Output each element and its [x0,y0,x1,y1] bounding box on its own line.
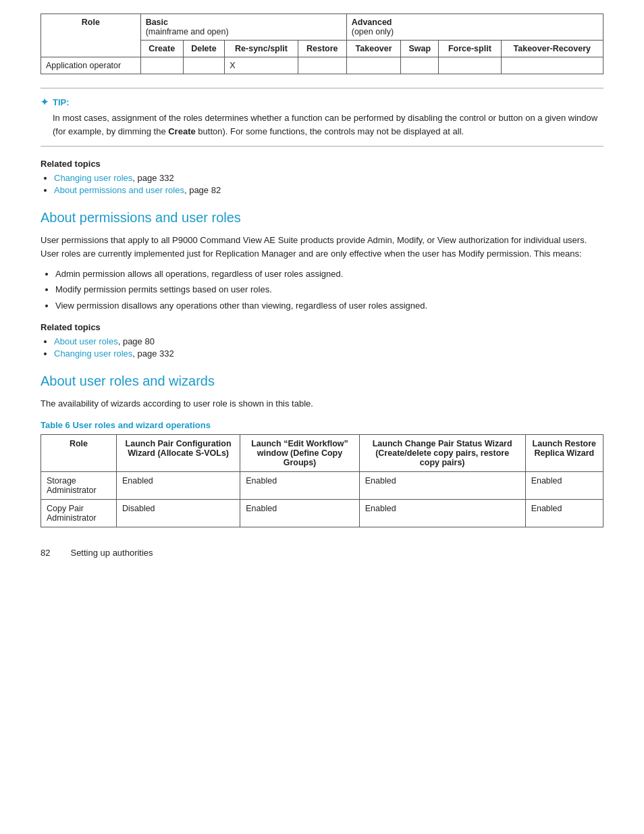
wizards-body: The availability of wizards according to… [41,397,603,411]
tip-box: ✦ TIP: In most cases, assignment of the … [41,88,603,147]
app-delete [183,57,224,74]
app-force-split [439,57,501,74]
related-topics-2: Related topics About user roles, page 80… [41,322,603,359]
wizard-col-restore-replica: Launch Restore Replica Wizard [525,434,603,471]
table-caption: Table 6 User roles and wizard operations [41,420,603,430]
list-item: Modify permission permits settings based… [55,283,603,296]
col-takeover: Takeover [346,41,401,57]
app-swap [401,57,439,74]
basic-label: Basic [146,18,168,27]
link-suffix-2: , page 82 [184,185,221,195]
wizards-section-heading: About user roles and wizards [41,373,603,389]
copy-pair-admin-edit-workflow: Enabled [240,499,360,527]
app-restore [298,57,346,74]
table-row: Storage Administrator Enabled Enabled En… [41,471,603,499]
permissions-bullet-list: Admin permission allows all operations, … [55,267,603,312]
related-topics-1: Related topics Changing user roles, page… [41,159,603,195]
col-takeover-recovery: Takeover-Recovery [501,41,603,57]
app-takeover-recovery [501,57,603,74]
top-permissions-table: Role Basic (mainframe and open) Advanced… [41,14,603,74]
page-footer: 82 Setting up authorities [41,548,603,558]
copy-pair-admin-role: Copy Pair Administrator [41,499,117,527]
link-suffix-3: , page 80 [118,336,155,346]
top-table-wrapper: Role Basic (mainframe and open) Advanced… [41,14,603,74]
app-create [140,57,183,74]
tip-label: ✦ TIP: [41,97,603,107]
copy-pair-admin-pair-config: Disabled [116,499,240,527]
table-row: Copy Pair Administrator Disabled Enabled… [41,499,603,527]
related-topics-2-list: About user roles, page 80 Changing user … [54,336,603,359]
related-topics-1-title: Related topics [41,159,603,169]
list-item: About permissions and user roles, page 8… [54,185,603,195]
related-topics-2-title: Related topics [41,322,603,332]
col-restore: Restore [298,41,346,57]
col-create: Create [140,41,183,57]
wizard-col-edit-workflow: Launch “Edit Workflow” window (Define Co… [240,434,360,471]
col-resync: Re-sync/split [225,41,298,57]
list-item: Changing user roles, page 332 [54,348,603,359]
app-takeover [346,57,401,74]
app-resync: X [225,57,298,74]
list-item: Changing user roles, page 332 [54,173,603,183]
wizard-col-pair-config: Launch Pair Configuration Wizard (Alloca… [116,434,240,471]
bulb-icon: ✦ [41,97,49,107]
list-item: About user roles, page 80 [54,336,603,346]
list-item: Admin permission allows all operations, … [55,267,603,281]
table-row: Application operator X [41,57,603,74]
copy-pair-admin-restore-replica: Enabled [525,499,603,527]
tip-text: In most cases, assignment of the roles d… [53,111,603,138]
role-header: Role [41,14,141,57]
storage-admin-change-pair: Enabled [359,471,525,499]
advanced-sub: (open only) [352,27,394,36]
basic-sub: (mainframe and open) [146,27,229,36]
storage-admin-pair-config: Enabled [116,471,240,499]
list-item: View permission disallows any operations… [55,299,603,313]
tip-label-text: TIP: [53,97,70,107]
storage-admin-edit-workflow: Enabled [240,471,360,499]
page-number: 82 [41,548,50,558]
footer-text: Setting up authorities [70,548,153,558]
permissions-body: User permissions that apply to all P9000… [41,234,603,261]
copy-pair-admin-change-pair: Enabled [359,499,525,527]
wizard-col-change-pair: Launch Change Pair Status Wizard (Create… [359,434,525,471]
about-user-roles-link[interactable]: About user roles [54,336,118,346]
link-suffix-1: , page 332 [132,173,173,183]
col-force-split: Force-split [439,41,501,57]
link-suffix-4: , page 332 [132,348,173,359]
wizard-col-role: Role [41,434,117,471]
basic-group-header: Basic (mainframe and open) [140,14,346,41]
wizard-operations-table: Role Launch Pair Configuration Wizard (A… [41,434,603,527]
app-operator-role: Application operator [41,57,141,74]
permissions-section-heading: About permissions and user roles [41,210,603,226]
tip-bold-word: Create [168,126,195,136]
changing-user-roles-link-2[interactable]: Changing user roles [54,348,132,359]
related-topics-1-list: Changing user roles, page 332 About perm… [54,173,603,195]
advanced-label: Advanced [352,18,392,27]
col-swap: Swap [401,41,439,57]
storage-admin-restore-replica: Enabled [525,471,603,499]
storage-admin-role: Storage Administrator [41,471,117,499]
changing-user-roles-link-1[interactable]: Changing user roles [54,173,132,183]
col-delete: Delete [183,41,224,57]
about-permissions-link[interactable]: About permissions and user roles [54,185,184,195]
advanced-group-header: Advanced (open only) [346,14,603,41]
